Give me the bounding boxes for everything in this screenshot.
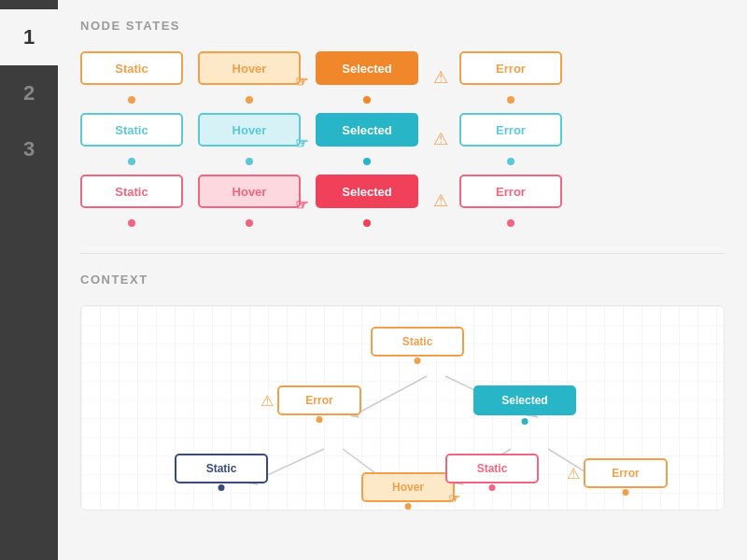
orange-selected-label: Selected [342, 62, 391, 76]
ctx-root-dot [415, 357, 421, 364]
cursor-icon-pink: ☞ [295, 196, 308, 214]
ctx-hover1-label: Hover [392, 481, 424, 494]
sidebar-label-3: 3 [23, 137, 35, 161]
pink-hover-wrapper: Hover ☞ [198, 175, 301, 227]
ctx-static2-dot [489, 484, 496, 491]
orange-hover-wrapper: Hover ☞ [198, 51, 301, 104]
context-title: CONTEXT [80, 273, 725, 287]
pink-selected-dot [363, 219, 371, 227]
ctx-root-node[interactable]: Static [371, 327, 464, 357]
ctx-warn1-icon: ⚠ [261, 392, 274, 410]
pink-hover-label: Hover [233, 185, 267, 199]
pink-selected-label: Selected [342, 185, 391, 199]
sidebar-item-1[interactable]: 1 [0, 9, 58, 65]
blue-selected-wrapper: Selected [316, 113, 418, 165]
orange-static-wrapper: Static [80, 51, 183, 104]
ctx-error2-group: ⚠ Error [567, 458, 668, 488]
orange-error-wrapper: Error [459, 51, 562, 104]
blue-static-dot [128, 158, 135, 165]
blue-hover-wrapper: Hover ☞ [198, 113, 301, 165]
blue-error-node[interactable]: Error [459, 113, 562, 147]
pink-selected-wrapper: Selected [316, 175, 418, 227]
orange-error-label: Error [496, 62, 526, 76]
orange-selected-node[interactable]: Selected [316, 51, 418, 85]
blue-hover-dot [246, 158, 253, 165]
section-divider [80, 253, 725, 254]
ctx-static2-node[interactable]: Static [445, 454, 539, 483]
context-section: CONTEXT [80, 273, 725, 511]
ctx-error1-dot [317, 416, 323, 423]
ctx-static3-label: Static [206, 462, 237, 475]
ctx-hover1-node[interactable]: Hover ☞ [361, 472, 455, 502]
blue-static-wrapper: Static [80, 113, 183, 165]
sidebar-item-2[interactable]: 2 [0, 65, 58, 121]
ctx-selected1-label: Selected [501, 394, 547, 407]
pink-static-dot [128, 219, 135, 227]
ctx-error1-label: Error [305, 394, 332, 407]
pink-warn-icon: ⚠ [433, 190, 448, 211]
pink-hover-node[interactable]: Hover ☞ [198, 175, 301, 208]
ctx-cursor-icon: ☞ [448, 491, 460, 506]
orange-selected-wrapper: Selected [316, 51, 418, 104]
pink-error-wrapper: Error [459, 175, 562, 227]
ctx-error2-node[interactable]: Error [584, 458, 668, 488]
orange-selected-dot [363, 96, 371, 104]
pink-static-label: Static [115, 185, 148, 199]
blue-hover-node[interactable]: Hover ☞ [198, 113, 301, 147]
ctx-error1-group: ⚠ Error [261, 385, 361, 415]
pink-error-dot [507, 219, 514, 227]
blue-warn-icon: ⚠ [433, 129, 448, 149]
orange-error-node[interactable]: Error [459, 51, 562, 85]
svg-line-0 [352, 376, 427, 416]
sidebar-item-3[interactable]: 3 [0, 121, 58, 177]
orange-static-label: Static [115, 62, 148, 76]
node-states-title: NODE STATES [80, 19, 725, 33]
cursor-icon: ☞ [295, 73, 308, 91]
states-row-orange: Static Hover ☞ Selected ⚠ Error [80, 51, 725, 104]
blue-static-node[interactable]: Static [80, 113, 183, 147]
blue-selected-node[interactable]: Selected [316, 113, 418, 147]
blue-hover-label: Hover [233, 123, 267, 137]
pink-error-node[interactable]: Error [459, 175, 562, 208]
blue-error-dot [507, 158, 514, 165]
sidebar-label-1: 1 [23, 25, 35, 49]
pink-hover-dot [246, 219, 253, 227]
ctx-warn2-icon: ⚠ [567, 465, 580, 483]
ctx-error1-node[interactable]: Error [277, 385, 361, 415]
ctx-error2-dot [623, 489, 629, 496]
ctx-hover1-dot [405, 503, 412, 510]
blue-error-wrapper: Error [459, 113, 562, 165]
orange-hover-node[interactable]: Hover ☞ [198, 51, 301, 85]
orange-warn-icon: ⚠ [433, 67, 448, 88]
ctx-error2-label: Error [612, 467, 639, 480]
blue-error-label: Error [496, 123, 526, 137]
orange-error-dot [507, 96, 514, 104]
ctx-root-label: Static [402, 335, 433, 348]
sidebar-label-2: 2 [23, 81, 35, 105]
context-box: Static ⚠ Error Selected Static [80, 305, 725, 511]
blue-selected-dot [363, 158, 371, 165]
blue-selected-label: Selected [342, 123, 391, 137]
node-states-section: NODE STATES Static Hover ☞ Selected [80, 19, 725, 227]
ctx-static2-label: Static [477, 462, 508, 475]
orange-hover-label: Hover [233, 62, 267, 76]
ctx-static3-node[interactable]: Static [175, 454, 268, 483]
ctx-static3-dot [218, 484, 225, 491]
ctx-selected1-dot [522, 418, 529, 425]
cursor-icon-blue: ☞ [295, 134, 308, 152]
pink-static-node[interactable]: Static [80, 175, 183, 208]
states-row-pink: Static Hover ☞ Selected ⚠ Error [80, 175, 725, 227]
sidebar: 1 2 3 [0, 0, 58, 560]
pink-selected-node[interactable]: Selected [316, 175, 418, 208]
pink-static-wrapper: Static [80, 175, 183, 227]
blue-static-label: Static [115, 123, 148, 137]
states-row-blue: Static Hover ☞ Selected ⚠ Error [80, 113, 725, 165]
orange-static-node[interactable]: Static [80, 51, 183, 85]
ctx-selected1-node[interactable]: Selected [473, 385, 576, 415]
orange-static-dot [128, 96, 135, 104]
main-content: NODE STATES Static Hover ☞ Selected [58, 0, 747, 560]
pink-error-label: Error [496, 185, 526, 199]
orange-hover-dot [246, 96, 253, 104]
